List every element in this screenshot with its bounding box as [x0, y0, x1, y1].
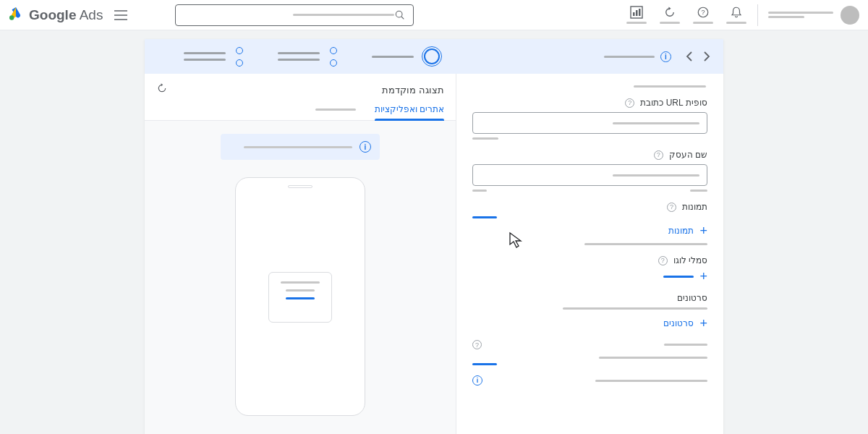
- plus-icon: +: [699, 270, 707, 283]
- app-header: Google Ads ?: [0, 0, 868, 30]
- preview-body: i: [145, 121, 456, 434]
- preview-tabs: אתרים ואפליקציות: [145, 97, 456, 121]
- logo-icon: [9, 7, 23, 23]
- plus-icon: +: [699, 317, 707, 330]
- preview-title: תצוגה מוקדמת: [382, 85, 444, 95]
- section-images: תמונות ? + תמונות: [472, 202, 707, 245]
- search-icon: [394, 9, 406, 21]
- stepper-steps: [158, 47, 604, 67]
- editor-card: i: [145, 39, 723, 434]
- help-icon[interactable]: ?: [625, 98, 634, 108]
- header-actions: ?: [620, 4, 859, 26]
- counter: [690, 190, 707, 192]
- extra-row-2: i: [472, 375, 707, 386]
- step-1[interactable]: [184, 47, 243, 67]
- refresh-preview-icon[interactable]: [156, 82, 168, 97]
- help-icon[interactable]: ?: [667, 203, 676, 212]
- add-images-label: תמונות: [668, 226, 694, 236]
- tab-other[interactable]: [315, 104, 356, 120]
- avatar: [841, 6, 859, 25]
- help-icon[interactable]: ?: [654, 150, 663, 160]
- stepper-title: i: [604, 51, 671, 62]
- info-icon[interactable]: i: [660, 51, 671, 62]
- help-icon[interactable]: ?: [686, 6, 720, 24]
- add-videos-button[interactable]: + סרטונים: [472, 317, 707, 330]
- chevron-left-icon[interactable]: [686, 51, 693, 62]
- divider: [757, 4, 758, 26]
- form-column: סופית URL כתובת ? שם העסק ?: [456, 74, 723, 434]
- brand-area: Google Ads: [9, 7, 103, 23]
- plus-icon: +: [699, 224, 707, 237]
- phone-mockup: [235, 177, 365, 416]
- step-2[interactable]: [278, 47, 337, 67]
- images-desc: [584, 243, 707, 245]
- section-logos: סמלי לוגו ? +: [472, 255, 707, 283]
- svg-point-1: [396, 11, 403, 17]
- notifications-icon[interactable]: [720, 6, 753, 24]
- svg-text:?: ?: [701, 9, 705, 16]
- help-icon[interactable]: ?: [472, 340, 482, 349]
- reports-icon[interactable]: [620, 6, 653, 24]
- preview-header: תצוגה מוקדמת: [145, 74, 456, 97]
- stepper-nav: [686, 51, 710, 62]
- help-icon[interactable]: ?: [658, 256, 668, 265]
- menu-icon[interactable]: [114, 10, 127, 20]
- logos-label: סמלי לוגו: [673, 255, 707, 265]
- extra-blue-underline: [472, 363, 497, 365]
- svg-rect-5: [639, 9, 641, 16]
- url-suffix-label: סופית URL כתובת: [640, 98, 707, 108]
- svg-rect-3: [633, 12, 635, 16]
- chevron-right-icon[interactable]: [703, 51, 710, 62]
- search-wrap: [175, 4, 614, 26]
- phone-speaker: [288, 185, 312, 188]
- editor-body: סופית URL כתובת ? שם העסק ?: [145, 74, 723, 434]
- videos-label: סרטונים: [677, 293, 707, 303]
- main-area: i: [0, 30, 868, 434]
- info-icon[interactable]: i: [472, 375, 482, 386]
- step-3-active[interactable]: [372, 48, 440, 64]
- svg-rect-4: [636, 10, 638, 16]
- extra-desc-1: [599, 357, 707, 359]
- extra-row-1: ?: [472, 340, 707, 349]
- search-input[interactable]: [175, 4, 414, 26]
- phone-ad-card: [268, 272, 332, 323]
- refresh-icon[interactable]: [653, 6, 686, 24]
- svg-point-0: [9, 15, 14, 20]
- search-placeholder: [293, 14, 394, 16]
- add-videos-label: סרטונים: [663, 318, 694, 328]
- url-suffix-input[interactable]: [472, 112, 707, 134]
- add-logos-button[interactable]: +: [472, 270, 707, 283]
- info-icon: i: [359, 141, 371, 153]
- videos-desc: [563, 307, 707, 310]
- preview-info-banner: i: [221, 134, 380, 160]
- business-name-input[interactable]: [472, 164, 707, 186]
- account-switcher[interactable]: [768, 6, 859, 25]
- add-images-button[interactable]: + תמונות: [472, 224, 707, 237]
- images-label: תמונות: [682, 202, 707, 212]
- stepper-bar: i: [145, 39, 723, 74]
- field-business-name: שם העסק ?: [472, 150, 707, 192]
- tab-sites-apps[interactable]: אתרים ואפליקציות: [375, 104, 444, 120]
- add-logos-label-placeholder: [663, 276, 694, 278]
- form-heading-placeholder: [634, 85, 706, 88]
- section-videos: סרטונים + סרטונים: [472, 293, 707, 330]
- business-name-label: שם העסק: [669, 150, 707, 160]
- url-suffix-hint: [472, 137, 498, 140]
- preview-column: תצוגה מוקדמת אתרים ואפליקציות i: [145, 74, 456, 434]
- limit: [472, 190, 487, 192]
- field-url-suffix: סופית URL כתובת ?: [472, 98, 707, 140]
- brand-text: Google Ads: [29, 7, 103, 23]
